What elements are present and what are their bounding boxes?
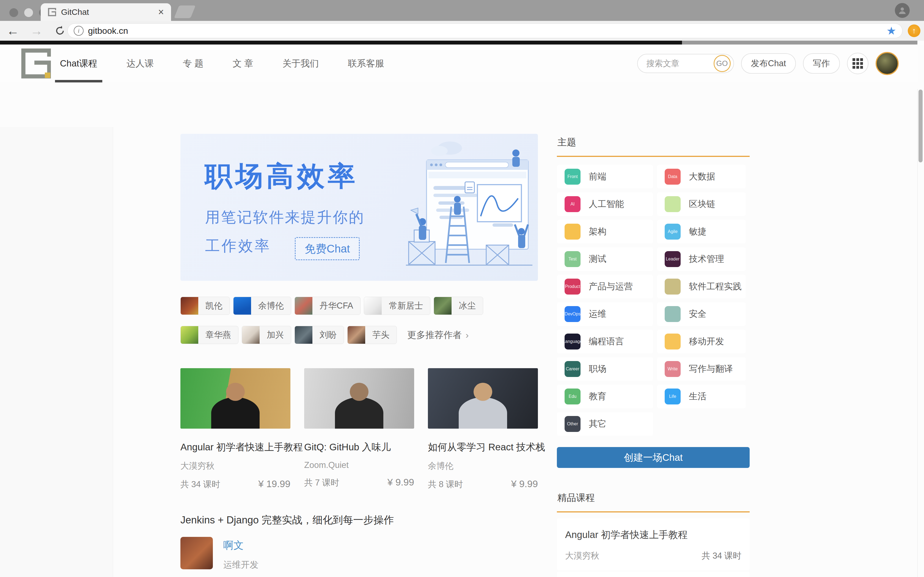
topic-item-bigdata[interactable]: Data 大数据 — [657, 165, 746, 189]
scrollbar-thumb[interactable] — [919, 90, 922, 163]
hero-banner[interactable]: 职场高效率 用笔记软件来提升你的 工作效率 免费Chat — [180, 134, 538, 281]
browser-profile-icon[interactable] — [895, 3, 910, 18]
topic-item-agile[interactable]: Agile 敏捷 — [657, 220, 746, 243]
recommended-authors-row-1: 凯伦 余博伦 丹华CFA 常新居士 冰尘 — [180, 297, 538, 315]
author-chip[interactable]: 芋头 — [347, 326, 397, 344]
page-info-icon[interactable]: i — [74, 26, 84, 36]
nav-item-articles[interactable]: 文 章 — [231, 45, 254, 82]
topic-icon: Product — [565, 279, 580, 295]
author-avatar — [295, 297, 312, 314]
price: ¥ 19.99 — [258, 479, 291, 489]
featured-section-title: 精品课程 — [557, 492, 750, 504]
author-chip[interactable]: 凯伦 — [180, 297, 230, 315]
topic-icon — [665, 306, 681, 322]
topic-item-frontend[interactable]: Front 前端 — [557, 165, 653, 189]
publish-chat-button[interactable]: 发布Chat — [741, 53, 796, 74]
apps-menu-button[interactable] — [847, 53, 869, 74]
topic-item-education[interactable]: Edu 教育 — [557, 385, 653, 408]
topic-item-testing[interactable]: Test 测试 — [557, 247, 653, 271]
sidebar: 主题 Front 前端 Data 大数据 AI 人工智能 区块链 — [557, 134, 750, 577]
author-chip[interactable]: 刘盼 — [294, 326, 344, 344]
page-scrollbar[interactable] — [918, 89, 924, 577]
topic-item-product-ops[interactable]: Product 产品与运营 — [557, 275, 653, 298]
author-avatar — [181, 326, 198, 344]
course-cover-image — [428, 368, 538, 429]
main-navigation: Chat课程 达人课 专 题 文 章 关于我们 联系客服 — [59, 45, 385, 82]
refresh-button[interactable] — [54, 25, 66, 37]
author-chip[interactable]: 章华燕 — [180, 326, 238, 344]
topic-item-software-engineering[interactable]: 软件工程实践 — [657, 275, 746, 298]
free-chat-button[interactable]: 免费Chat — [295, 237, 360, 260]
author-chip[interactable]: 丹华CFA — [294, 297, 360, 315]
back-button[interactable]: ← — [6, 24, 19, 37]
topic-item-life[interactable]: Life 生活 — [657, 385, 746, 408]
topic-item-career[interactable]: Career 职场 — [557, 357, 653, 381]
topic-item-programming-language[interactable]: Language 编程语言 — [557, 330, 653, 353]
user-avatar[interactable] — [876, 52, 899, 75]
search-input[interactable] — [646, 58, 714, 68]
grid-icon — [853, 58, 863, 69]
extension-icon[interactable]: ↑ — [908, 24, 921, 37]
create-chat-button[interactable]: 创建一场Chat — [557, 447, 750, 468]
topic-item-blockchain[interactable]: 区块链 — [657, 192, 746, 216]
author-chip[interactable]: 加兴 — [242, 326, 291, 344]
topic-item-writing-translation[interactable]: Write 写作与翻译 — [657, 357, 746, 381]
bookmark-star-icon[interactable]: ★ — [886, 24, 896, 37]
author-avatar[interactable] — [180, 537, 213, 569]
author-avatar — [295, 326, 312, 344]
topic-item-mobile[interactable]: 移动开发 — [657, 330, 746, 353]
forward-button[interactable]: → — [30, 24, 43, 37]
banner-illustration — [367, 134, 538, 281]
topic-item-security[interactable]: 安全 — [657, 302, 746, 326]
topic-item-ai[interactable]: AI 人工智能 — [557, 192, 653, 216]
address-bar[interactable]: i gitbook.cn ★ — [67, 23, 903, 38]
topic-item-tech-management[interactable]: Leader 技术管理 — [657, 247, 746, 271]
search-go-button[interactable]: GO — [714, 55, 731, 72]
chevron-right-icon: › — [465, 330, 468, 340]
featured-course-item[interactable]: GitQ: GitHub 入味儿 Zoom.Quiet 共 7 课时 — [557, 572, 750, 577]
new-tab-button[interactable] — [174, 5, 196, 18]
search-box[interactable]: GO — [637, 54, 734, 73]
nav-item-about-us[interactable]: 关于我们 — [281, 45, 320, 82]
course-card[interactable]: 如何从零学习 React 技术栈 余博伦 共 8 课时 ¥ 9.99 — [428, 368, 538, 490]
topic-item-architecture[interactable]: 架构 — [557, 220, 653, 243]
lesson-count: 共 34 课时 — [701, 550, 741, 562]
nav-item-expert-courses[interactable]: 达人课 — [125, 45, 155, 82]
section-divider — [557, 156, 750, 157]
more-authors-link[interactable]: 更多推荐作者 › — [407, 329, 468, 341]
course-card[interactable]: GitQ: GitHub 入味儿 Zoom.Quiet 共 7 课时 ¥ 9.9… — [304, 368, 414, 490]
gitchat-logo[interactable] — [21, 48, 51, 79]
tab-close-icon[interactable]: × — [158, 7, 164, 17]
lesson-count: 共 8 课时 — [428, 479, 463, 490]
article-list: Jenkins + Django 完整实战，细化到每一步操作 啊文 运维开发 — [180, 513, 538, 577]
article-title[interactable]: Jenkins + Django 完整实战，细化到每一步操作 — [180, 513, 538, 527]
author-chip[interactable]: 常新居士 — [364, 297, 430, 315]
author-chip[interactable]: 冰尘 — [434, 297, 483, 315]
window-close-button[interactable] — [9, 8, 18, 17]
browser-tab[interactable]: GitChat × — [41, 3, 171, 21]
course-card[interactable]: Angular 初学者快速上手教程 大漠穷秋 共 34 课时 ¥ 19.99 — [180, 368, 291, 490]
topics-grid: Front 前端 Data 大数据 AI 人工智能 区块链 架构 — [557, 163, 750, 438]
window-minimize-button[interactable] — [24, 8, 33, 17]
topic-item-devops[interactable]: DevOps 运维 — [557, 302, 653, 326]
topic-icon: Front — [565, 169, 580, 185]
author-name-link[interactable]: 啊文 — [223, 538, 258, 552]
topic-icon: Life — [665, 388, 681, 405]
course-cover-image — [304, 368, 414, 429]
featured-course-item[interactable]: Angular 初学者快速上手教程 大漠穷秋 共 34 课时 — [557, 519, 750, 571]
author-chip[interactable]: 余博伦 — [233, 297, 291, 315]
nav-item-chat-courses[interactable]: Chat课程 — [59, 45, 99, 82]
nav-item-contact-support[interactable]: 联系客服 — [347, 45, 385, 82]
topic-icon: Test — [565, 251, 580, 267]
header-actions: GO 发布Chat 写作 — [637, 45, 899, 82]
nav-item-topics[interactable]: 专 题 — [182, 45, 205, 82]
author-role: 运维开发 — [223, 559, 258, 571]
topic-icon: AI — [565, 196, 580, 212]
url-text[interactable]: gitbook.cn — [88, 26, 128, 36]
topic-icon: Other — [565, 416, 580, 432]
topics-section-title: 主题 — [557, 136, 750, 149]
topic-item-other[interactable]: Other 其它 — [557, 412, 653, 436]
banner-subtitle-line1: 用笔记软件来提升你的 — [205, 208, 365, 227]
price: ¥ 9.99 — [388, 477, 414, 488]
write-button[interactable]: 写作 — [803, 53, 840, 74]
